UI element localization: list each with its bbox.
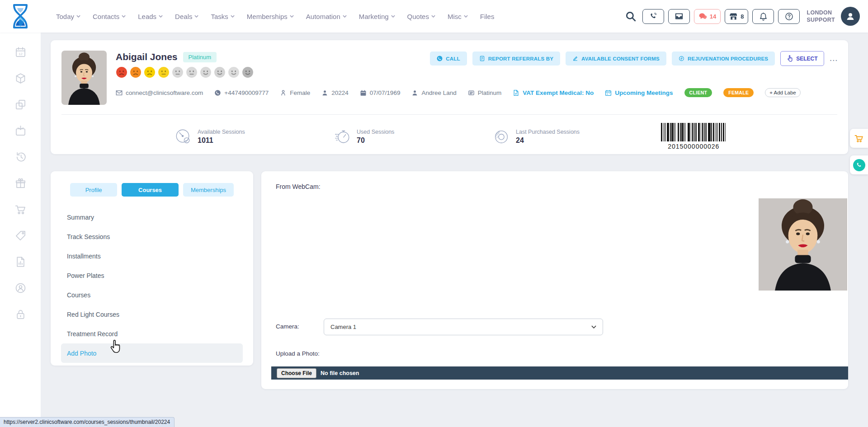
nav-item-quotes[interactable]: Quotes bbox=[407, 13, 435, 20]
no-file-chosen-text: No file chosen bbox=[321, 370, 359, 376]
mood-face-2-icon[interactable] bbox=[130, 66, 142, 78]
clinicsoftware-logo-icon[interactable] bbox=[12, 4, 29, 28]
mood-face-5-icon[interactable] bbox=[172, 66, 184, 78]
nav-item-contacts[interactable]: Contacts bbox=[93, 13, 126, 20]
gender-icon bbox=[280, 89, 287, 96]
from-webcam-label: From WebCam: bbox=[276, 183, 321, 190]
topbar-actions: 14 8 LONDON SUPPORT bbox=[625, 7, 860, 26]
camera-select[interactable]: Camera 1 bbox=[324, 319, 603, 335]
nav-item-memberships[interactable]: Memberships bbox=[247, 13, 294, 20]
stat-available-sessions: Available Sessions1011 bbox=[175, 128, 334, 145]
phone-icon bbox=[856, 162, 863, 169]
floating-phone-button[interactable] bbox=[850, 155, 868, 174]
calendar-icon bbox=[360, 89, 367, 96]
pointer-icon bbox=[787, 55, 793, 62]
mood-face-6-icon[interactable] bbox=[186, 66, 198, 78]
nav-item-tasks[interactable]: Tasks bbox=[211, 13, 234, 20]
nav-item-files[interactable]: Files bbox=[480, 13, 495, 20]
more-options-button[interactable]: ... bbox=[830, 55, 838, 62]
mood-face-10-icon[interactable] bbox=[242, 66, 254, 78]
search-icon[interactable] bbox=[625, 10, 637, 22]
tab-profile[interactable]: Profile bbox=[70, 183, 117, 197]
client-action-buttons: CALL REPORT REFERRALS BY AVAILABLE CONSE… bbox=[430, 51, 838, 66]
select-button[interactable]: SELECT bbox=[780, 51, 824, 66]
tab-memberships[interactable]: Memberships bbox=[183, 183, 234, 197]
dialer-button[interactable] bbox=[642, 9, 664, 24]
nav-item-marketing[interactable]: Marketing bbox=[359, 13, 395, 20]
stat-used-sessions: Used Sessions70 bbox=[334, 128, 493, 145]
cart-icon[interactable] bbox=[14, 203, 27, 216]
membership-icon bbox=[468, 89, 475, 96]
nav-item-misc[interactable]: Misc bbox=[448, 13, 468, 20]
menu-item-track-sessions[interactable]: Track Sessions bbox=[61, 227, 243, 246]
notifications-button[interactable] bbox=[752, 9, 774, 24]
menu-item-power-plates[interactable]: Power Plates bbox=[61, 266, 243, 285]
report-referrals-button[interactable]: REPORT REFERRALS BY bbox=[472, 52, 560, 66]
nav-item-deals[interactable]: Deals bbox=[175, 13, 198, 20]
inbox-button[interactable] bbox=[668, 9, 690, 24]
mood-face-3-icon[interactable] bbox=[144, 66, 156, 78]
label-pill-client: CLIENT bbox=[684, 88, 712, 97]
copy-icon[interactable] bbox=[14, 99, 27, 111]
user-avatar[interactable] bbox=[841, 7, 860, 26]
client-email[interactable]: connect@clinicsoftware.com bbox=[116, 89, 203, 96]
calendar-icon[interactable]: 12 bbox=[14, 46, 27, 58]
chevron-down-icon bbox=[343, 15, 347, 18]
help-button[interactable] bbox=[778, 9, 800, 24]
account-icon[interactable] bbox=[14, 282, 27, 294]
location-label: LONDON SUPPORT bbox=[807, 9, 835, 24]
history-icon[interactable] bbox=[14, 151, 27, 163]
client-phone[interactable]: +447490009777 bbox=[214, 89, 269, 96]
rejuvenation-icon bbox=[679, 56, 684, 61]
client-header-card: Abigail Jones Platinum connect@clinicsof… bbox=[51, 40, 848, 154]
floating-cart-button[interactable] bbox=[850, 129, 868, 148]
profile-tabs: Profile Courses Memberships bbox=[61, 183, 243, 197]
mood-face-1-icon[interactable] bbox=[116, 66, 127, 78]
vat-exempt-link[interactable]: VAT Exempt Medical: No bbox=[513, 89, 594, 96]
topbar: Today Contacts Leads Deals Tasks Members… bbox=[0, 0, 868, 33]
chevron-down-icon bbox=[591, 325, 596, 328]
mood-face-8-icon[interactable] bbox=[214, 66, 226, 78]
chevron-down-icon bbox=[159, 15, 163, 18]
report-icon[interactable] bbox=[14, 256, 27, 268]
rejuvenation-procedures-button[interactable]: REJUVENATION PROCEDURES bbox=[672, 52, 775, 66]
chevron-down-icon bbox=[290, 15, 294, 18]
browser-status-url: https://server2.clinicsoftware.com/cours… bbox=[0, 417, 175, 427]
nav-item-leads[interactable]: Leads bbox=[138, 13, 163, 20]
upcoming-meetings-link[interactable]: Upcoming Meetings bbox=[605, 89, 673, 96]
menu-item-installments[interactable]: Installments bbox=[61, 246, 243, 266]
choose-file-button[interactable]: Choose File bbox=[277, 368, 316, 378]
add-label-button[interactable]: + Add Labe bbox=[765, 88, 801, 97]
menu-item-red-light-courses[interactable]: Red Light Courses bbox=[61, 305, 243, 324]
nav-item-today[interactable]: Today bbox=[56, 13, 80, 20]
package-icon[interactable] bbox=[14, 72, 27, 84]
mood-face-7-icon[interactable] bbox=[200, 66, 212, 78]
nav-item-automation[interactable]: Automation bbox=[306, 13, 347, 20]
phone-icon bbox=[437, 56, 443, 61]
lock-icon[interactable] bbox=[14, 308, 27, 320]
inbox-icon bbox=[675, 13, 684, 20]
consent-forms-button[interactable]: AVAILABLE CONSENT FORMS bbox=[566, 52, 666, 66]
menu-item-add-photo[interactable]: Add Photo bbox=[61, 343, 243, 363]
client-id: 20224 bbox=[321, 89, 349, 96]
store-button[interactable]: 8 bbox=[725, 9, 748, 24]
client-barcode: 2015000000026 bbox=[661, 123, 726, 150]
chat-notifications-button[interactable]: 14 bbox=[694, 9, 721, 24]
client-membership: Platinum bbox=[468, 89, 502, 96]
camera-label: Camera: bbox=[276, 323, 299, 330]
client-contact-row: connect@clinicsoftware.com +447490009777… bbox=[116, 88, 801, 97]
barcode-number: 2015000000026 bbox=[661, 143, 726, 150]
price-tag-icon[interactable] bbox=[14, 230, 27, 242]
vat-icon bbox=[513, 89, 519, 96]
mood-face-9-icon[interactable] bbox=[228, 66, 240, 78]
tab-courses[interactable]: Courses bbox=[122, 183, 179, 197]
gift-icon[interactable] bbox=[14, 177, 27, 189]
menu-item-treatment-record[interactable]: Treatment Record bbox=[61, 324, 243, 343]
add-photo-panel: From WebCam: bbox=[261, 171, 848, 389]
mood-face-4-icon[interactable] bbox=[158, 66, 170, 78]
calendar-import-icon[interactable] bbox=[14, 125, 27, 137]
call-button[interactable]: CALL bbox=[430, 52, 467, 66]
main-nav: Today Contacts Leads Deals Tasks Members… bbox=[56, 13, 494, 20]
menu-item-courses[interactable]: Courses bbox=[61, 285, 243, 305]
menu-item-summary[interactable]: Summary bbox=[61, 207, 243, 227]
